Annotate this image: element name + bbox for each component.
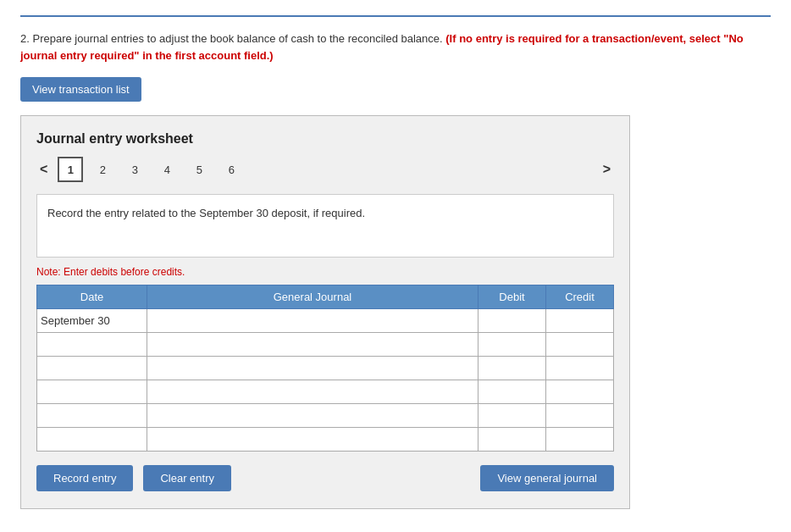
credit-input-5[interactable] [550,405,610,427]
table-row [37,357,614,380]
journal-cell-6[interactable] [147,428,478,452]
credit-input-2[interactable] [550,334,610,356]
instruction-number: 2. [20,32,30,45]
tab-6[interactable]: 6 [218,157,244,182]
tab-1[interactable]: 1 [58,157,83,182]
credit-cell-2[interactable] [546,333,614,357]
worksheet-container: Journal entry worksheet < 1 2 3 4 5 6 > … [20,115,630,509]
header-date: Date [37,285,147,309]
debit-cell-1[interactable] [478,309,546,333]
date-cell-1: September 30 [37,309,147,333]
journal-input-4[interactable] [151,381,474,403]
table-row [37,333,614,357]
journal-cell-2[interactable] [147,333,478,357]
credit-cell-6[interactable] [546,428,614,452]
journal-cell-1[interactable] [147,309,478,333]
view-transaction-btn[interactable]: View transaction list [20,77,141,102]
instruction-text: 2. Prepare journal entries to adjust the… [20,30,749,64]
journal-cell-4[interactable] [147,380,478,404]
journal-cell-5[interactable] [147,404,478,428]
clear-entry-button[interactable]: Clear entry [143,465,231,491]
worksheet-title: Journal entry worksheet [36,131,614,147]
debit-cell-2[interactable] [478,333,546,357]
date-cell-4 [37,380,147,404]
debit-input-4[interactable] [482,381,542,403]
note-text: Note: Enter debits before credits. [36,266,614,278]
debit-input-6[interactable] [482,429,542,451]
credit-input-1[interactable] [550,310,610,332]
credit-cell-4[interactable] [546,380,614,404]
credit-cell-3[interactable] [546,357,614,380]
date-cell-5 [37,404,147,428]
debit-cell-5[interactable] [478,404,546,428]
header-general-journal: General Journal [147,285,478,309]
credit-cell-1[interactable] [546,309,614,333]
journal-input-6[interactable] [151,429,474,451]
header-credit: Credit [546,285,614,309]
credit-input-4[interactable] [550,381,610,403]
view-general-journal-button[interactable]: View general journal [480,465,614,491]
debit-input-3[interactable] [482,357,542,380]
debit-input-1[interactable] [482,310,542,332]
journal-table: Date General Journal Debit Credit Septem… [36,285,614,452]
debit-cell-6[interactable] [478,428,546,452]
nav-prev-button[interactable]: < [36,160,51,179]
journal-input-2[interactable] [151,334,474,356]
tab-5[interactable]: 5 [186,157,212,182]
journal-input-3[interactable] [151,357,474,380]
top-border [20,15,771,17]
credit-input-3[interactable] [550,357,610,380]
instruction-normal: Prepare journal entries to adjust the bo… [32,32,445,45]
tab-3[interactable]: 3 [122,157,147,182]
credit-input-6[interactable] [550,429,610,451]
table-row [37,380,614,404]
nav-next-button[interactable]: > [600,160,614,179]
tab-2[interactable]: 2 [90,157,115,182]
debit-input-5[interactable] [482,405,542,427]
date-cell-6 [37,428,147,452]
record-entry-button[interactable]: Record entry [36,465,133,491]
header-debit: Debit [478,285,546,309]
table-row [37,428,614,452]
debit-cell-4[interactable] [478,380,546,404]
debit-cell-3[interactable] [478,357,546,380]
entry-description: Record the entry related to the Septembe… [36,194,614,258]
bottom-actions: Record entry Clear entry View general jo… [36,465,614,491]
debit-input-2[interactable] [482,334,542,356]
date-cell-3 [37,357,147,380]
journal-input-1[interactable] [151,310,474,332]
date-cell-2 [37,333,147,357]
table-row [37,404,614,428]
credit-cell-5[interactable] [546,404,614,428]
tab-4[interactable]: 4 [154,157,180,182]
tab-navigation: < 1 2 3 4 5 6 > [36,157,614,182]
journal-input-5[interactable] [151,405,474,427]
journal-cell-3[interactable] [147,357,478,380]
table-row: September 30 [37,309,614,333]
